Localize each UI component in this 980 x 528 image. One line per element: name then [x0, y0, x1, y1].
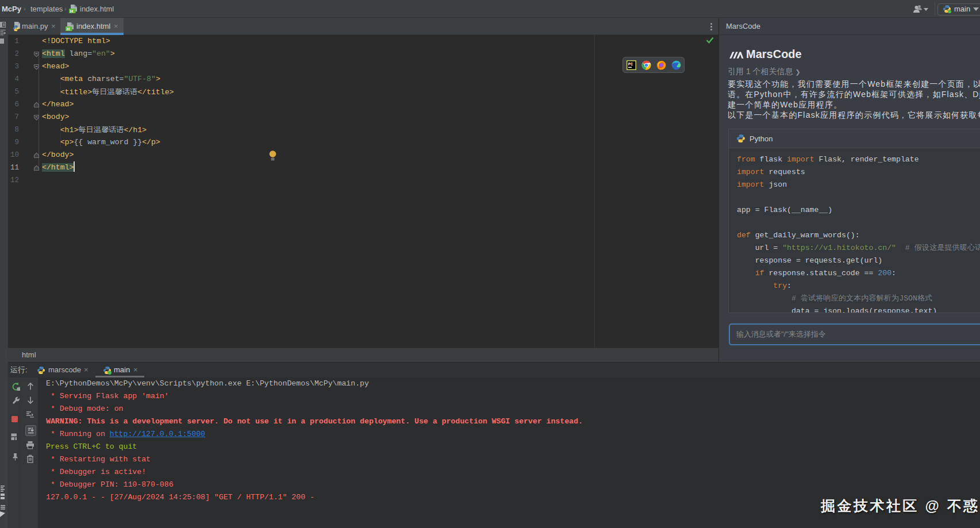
svg-text:H: H	[67, 26, 70, 32]
svg-text:PC: PC	[628, 62, 633, 67]
svg-text:H: H	[70, 9, 73, 14]
